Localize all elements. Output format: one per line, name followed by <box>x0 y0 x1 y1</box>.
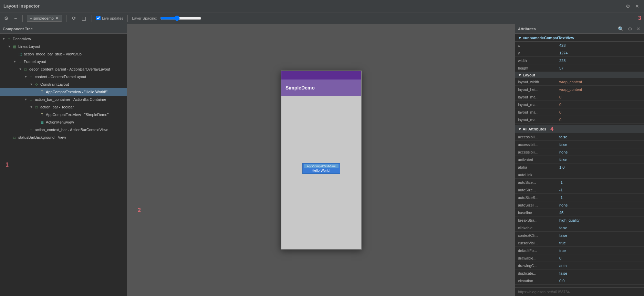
tree-node-label: action_bar - Toolbar <box>40 105 74 109</box>
tree-node[interactable]: ⬚action_mode_bar_stub - ViewStub <box>0 50 127 58</box>
tree-node[interactable]: ▼□action_bar - Toolbar <box>0 103 127 111</box>
close-icon[interactable]: ✕ <box>634 2 641 10</box>
tree-node[interactable]: ▼□DecorView <box>0 35 127 43</box>
attr-row: cursorVisi...true <box>515 239 644 247</box>
attr-name: baseline <box>518 211 559 215</box>
attr-row: alpha1.0 <box>515 163 644 171</box>
hello-world-text: Hello World! <box>304 168 339 173</box>
attr-value: true <box>559 249 566 253</box>
tree-node-label: AppCompatTextView - "SimpleDemo" <box>46 113 108 117</box>
separator-2 <box>66 15 66 22</box>
attr-value: 0 <box>559 118 561 122</box>
attr-value: 0 <box>559 103 561 107</box>
tree-node-label: DecorView <box>13 37 31 41</box>
tree-node[interactable]: ▼□action_bar_container - ActionBarContai… <box>0 96 127 103</box>
search-icon[interactable]: 🔍 <box>617 25 624 32</box>
separator-1 <box>22 15 23 22</box>
attr-value: auto <box>559 264 567 268</box>
layout-section-header[interactable]: ▼ Layout <box>515 72 644 78</box>
attr-name: cursorVisi... <box>518 241 559 245</box>
tree-node-label: action_context_bar - ActionBarContextVie… <box>35 128 107 132</box>
live-updates-toggle[interactable]: Live updates <box>96 16 123 20</box>
badge-3: 3 <box>638 15 641 21</box>
tree-node-label: ActionMenuView <box>46 120 74 124</box>
attr-value: -1 <box>559 180 563 184</box>
attr-row: x428 <box>515 42 644 49</box>
attr-name: autoLink <box>518 173 559 177</box>
attrs-area: ▼ <unnamed>CompatTextView x428y1274width… <box>515 34 644 287</box>
all-attrs-section-label: ▼ All Attributes <box>518 127 546 131</box>
tree-node-icon: ▤ <box>12 44 17 49</box>
tree-node-icon: ⬚ <box>17 51 23 57</box>
attr-name: activated <box>518 158 559 162</box>
attr-row: accessibili...false <box>515 141 644 148</box>
live-updates-checkbox[interactable] <box>96 16 101 20</box>
tree-node[interactable]: TAppCompatTextView - "SimpleDemo" <box>0 111 127 118</box>
tree-node-icon: □ <box>17 59 23 64</box>
layer-spacing-slider[interactable] <box>160 15 201 21</box>
attr-value: 0 <box>559 256 561 260</box>
attr-name: defaultFo... <box>518 249 559 253</box>
attr-value: -1 <box>559 188 563 192</box>
hello-world-box: AppCompatTextView Hello World! <box>302 163 340 174</box>
tree-node-label: content - ContentFrameLayout <box>35 75 86 79</box>
tree-node[interactable]: ▼□decor_content_parent - ActionBarOverla… <box>0 65 127 73</box>
toolbar: ⚙ − + simpledemo ▼ ⟳ ◫ Live updates Laye… <box>0 12 644 24</box>
attr-name: height <box>518 66 559 70</box>
attr-name: accessibili... <box>518 150 559 154</box>
attr-name: duplicate... <box>518 271 559 275</box>
tree-node-icon: □ <box>23 66 28 72</box>
attr-value: false <box>559 158 567 162</box>
all-attrs-section-header[interactable]: ▼ All Attributes 4 <box>515 125 644 133</box>
attr-row: duplicate...false <box>515 269 644 277</box>
attr-value: 45 <box>559 211 563 215</box>
tree-node-label: LinearLayout <box>18 44 40 49</box>
attr-value: -1 <box>559 195 563 200</box>
attr-row: baseline45 <box>515 209 644 216</box>
attr-name: drawingC... <box>518 264 559 268</box>
tree-node[interactable]: □action_context_bar - ActionBarContextVi… <box>0 126 127 134</box>
simpledemo-dropdown[interactable]: + simpledemo ▼ <box>27 15 62 22</box>
attr-name: contextCli... <box>518 233 559 237</box>
tree-node-icon: □ <box>12 135 17 140</box>
tree-node-icon: T <box>39 112 45 117</box>
close-icon-right[interactable]: ✕ <box>636 25 641 32</box>
attr-value: true <box>559 241 566 245</box>
component-tree-title: Component Tree <box>3 27 33 31</box>
minimize-icon[interactable]: − <box>13 14 18 22</box>
attr-row: layout_hei...wrap_content <box>515 86 644 93</box>
component-tree-header: Component Tree <box>0 24 127 34</box>
simpledemo-label: + simpledemo <box>30 16 54 20</box>
refresh-icon[interactable]: ⟳ <box>71 14 77 22</box>
tree-node[interactable]: ▼□content - ContentFrameLayout <box>0 73 127 81</box>
tree-node[interactable]: ▼▤LinearLayout <box>0 43 127 50</box>
attr-value: wrap_content <box>559 87 582 92</box>
right-panel: Attributes 🔍 ⚙ ✕ ▼ <unnamed>CompatTextVi… <box>515 24 644 296</box>
badge-1: 1 <box>0 162 127 168</box>
attr-row: contextCli...false <box>515 232 644 239</box>
tree-node[interactable]: ☰ActionMenuView <box>0 118 127 126</box>
attr-value: false <box>559 135 567 139</box>
settings-icon[interactable]: ⚙ <box>624 2 632 10</box>
tree-node[interactable]: ▼□FrameLayout <box>0 58 127 65</box>
tree-node[interactable]: TAppCompatTextView - "Hello World!" <box>0 88 127 96</box>
attr-value: false <box>559 271 567 275</box>
attr-name: layout_ma... <box>518 95 559 99</box>
attr-row: height57 <box>515 64 644 72</box>
component-tree: ▼□DecorView▼▤LinearLayout⬚action_mode_ba… <box>0 34 127 296</box>
attr-row: autoSizeT...none <box>515 201 644 209</box>
attr-name: autoSizeS... <box>518 195 559 200</box>
attr-name: layout_ma... <box>518 103 559 107</box>
attr-row: drawable...0 <box>515 254 644 262</box>
attr-name: layout_ma... <box>518 118 559 122</box>
attr-name: elevation <box>518 279 559 283</box>
attr-name: x <box>518 43 559 47</box>
settings-icon-right[interactable]: ⚙ <box>627 25 633 32</box>
tree-node-label: ConstraintLayout <box>40 82 69 86</box>
tree-node[interactable]: ▼⊹ConstraintLayout <box>0 81 127 88</box>
app-title: Layout Inspector <box>3 3 40 9</box>
tree-node-label: decor_content_parent - ActionBarOverlayL… <box>29 67 110 71</box>
tree-node[interactable]: □statusBarBackground - View <box>0 134 127 141</box>
gear-icon[interactable]: ⚙ <box>3 14 10 22</box>
camera-icon[interactable]: ◫ <box>80 14 87 22</box>
